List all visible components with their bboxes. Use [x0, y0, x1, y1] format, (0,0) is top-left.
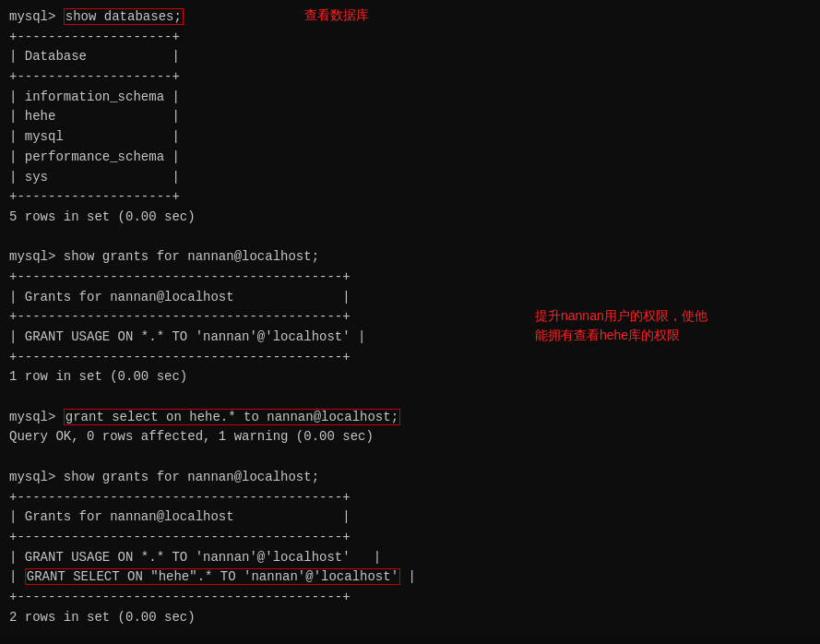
line-grant-select: mysql> grant select on hehe.* to nannan@…: [9, 408, 811, 428]
annotation-view-databases: 查看数据库: [304, 6, 369, 26]
table-header: | Database |: [9, 47, 811, 67]
annotation-upgrade-privilege: 提升nannan用户的权限，使他能拥有查看hehe库的权限: [535, 306, 719, 345]
blank-2: [9, 388, 811, 408]
grants-border-bot1: +---------------------------------------…: [9, 348, 811, 368]
rows-in-set-2: 1 row in set (0.00 sec): [9, 367, 811, 388]
cmd-grant-select: grant select on hehe.* to nannan@localho…: [64, 409, 400, 425]
grants-header: | Grants for nannan@localhost |: [9, 288, 811, 308]
grants2-border-bot: +---------------------------------------…: [9, 588, 811, 608]
grants2-header: | Grants for nannan@localhost |: [9, 507, 811, 528]
grants2-row-usage: | GRANT USAGE ON *.* TO 'nannan'@'localh…: [9, 548, 811, 568]
grants-border-top: +---------------------------------------…: [9, 268, 811, 288]
grants2-row-select: | GRANT SELECT ON "hehe".* TO 'nannan'@'…: [9, 567, 811, 588]
table-border-bottom: +--------------------+: [9, 187, 811, 208]
line-show-grants-1: mysql> show grants for nannan@localhost;: [9, 247, 811, 268]
line-show-grants-2: mysql> show grants for nannan@localhost;: [9, 468, 811, 488]
terminal-window: 查看数据库 mysql> show databases; +----------…: [0, 0, 820, 635]
table-border-mid: +--------------------+: [9, 67, 811, 88]
db-row-information-schema: | information_schema |: [9, 88, 811, 108]
rows-in-set-1: 5 rows in set (0.00 sec): [9, 208, 811, 228]
db-row-hehe: | hehe |: [9, 107, 811, 127]
db-row-sys: | sys |: [9, 168, 811, 188]
query-ok: Query OK, 0 rows affected, 1 warning (0.…: [9, 427, 811, 447]
db-row-performance-schema: | performance_schema |: [9, 148, 811, 168]
cmd-show-databases: show databases;: [64, 8, 184, 25]
grants2-border-mid: +---------------------------------------…: [9, 528, 811, 548]
table-border-top: +--------------------+: [9, 28, 811, 48]
blank-1: [9, 228, 811, 248]
blank-3: [9, 447, 811, 468]
grant-select-highlight: GRANT SELECT ON "hehe".* TO 'nannan'@'lo…: [25, 568, 400, 585]
line-show-databases: mysql> show databases;: [9, 7, 811, 28]
db-row-mysql: | mysql |: [9, 127, 811, 148]
rows-in-set-3: 2 rows in set (0.00 sec): [9, 608, 811, 628]
grants2-border-top: +---------------------------------------…: [9, 488, 811, 508]
